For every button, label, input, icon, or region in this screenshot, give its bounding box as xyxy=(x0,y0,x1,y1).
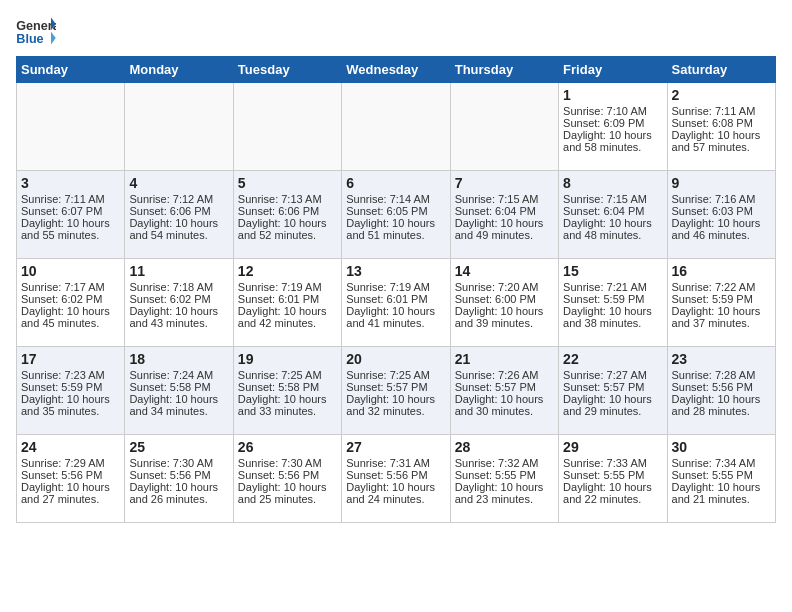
day-info: Sunset: 5:59 PM xyxy=(672,293,771,305)
day-info: Daylight: 10 hours and 28 minutes. xyxy=(672,393,771,417)
day-number: 18 xyxy=(129,351,228,367)
calendar-cell: 13Sunrise: 7:19 AMSunset: 6:01 PMDayligh… xyxy=(342,259,450,347)
day-number: 20 xyxy=(346,351,445,367)
day-info: Sunrise: 7:10 AM xyxy=(563,105,662,117)
day-info: Sunrise: 7:13 AM xyxy=(238,193,337,205)
day-info: Sunrise: 7:18 AM xyxy=(129,281,228,293)
calendar-week-row: 17Sunrise: 7:23 AMSunset: 5:59 PMDayligh… xyxy=(17,347,776,435)
calendar-cell: 12Sunrise: 7:19 AMSunset: 6:01 PMDayligh… xyxy=(233,259,341,347)
day-number: 23 xyxy=(672,351,771,367)
day-info: Daylight: 10 hours and 41 minutes. xyxy=(346,305,445,329)
day-info: Daylight: 10 hours and 54 minutes. xyxy=(129,217,228,241)
day-info: Daylight: 10 hours and 35 minutes. xyxy=(21,393,120,417)
day-info: Sunrise: 7:12 AM xyxy=(129,193,228,205)
calendar-cell: 15Sunrise: 7:21 AMSunset: 5:59 PMDayligh… xyxy=(559,259,667,347)
day-info: Daylight: 10 hours and 48 minutes. xyxy=(563,217,662,241)
day-info: Sunset: 5:58 PM xyxy=(238,381,337,393)
day-info: Sunset: 5:56 PM xyxy=(238,469,337,481)
day-info: Daylight: 10 hours and 58 minutes. xyxy=(563,129,662,153)
day-info: Sunrise: 7:28 AM xyxy=(672,369,771,381)
day-info: Daylight: 10 hours and 26 minutes. xyxy=(129,481,228,505)
weekday-header: Thursday xyxy=(450,57,558,83)
day-info: Sunrise: 7:19 AM xyxy=(346,281,445,293)
day-number: 25 xyxy=(129,439,228,455)
day-number: 27 xyxy=(346,439,445,455)
day-info: Sunrise: 7:14 AM xyxy=(346,193,445,205)
page-header: General Blue xyxy=(16,16,776,46)
day-info: Sunrise: 7:24 AM xyxy=(129,369,228,381)
day-info: Sunset: 6:09 PM xyxy=(563,117,662,129)
calendar-cell: 26Sunrise: 7:30 AMSunset: 5:56 PMDayligh… xyxy=(233,435,341,523)
day-number: 15 xyxy=(563,263,662,279)
calendar-cell: 27Sunrise: 7:31 AMSunset: 5:56 PMDayligh… xyxy=(342,435,450,523)
day-info: Sunrise: 7:11 AM xyxy=(21,193,120,205)
day-info: Sunrise: 7:20 AM xyxy=(455,281,554,293)
weekday-header: Sunday xyxy=(17,57,125,83)
day-number: 4 xyxy=(129,175,228,191)
calendar-cell: 10Sunrise: 7:17 AMSunset: 6:02 PMDayligh… xyxy=(17,259,125,347)
day-number: 24 xyxy=(21,439,120,455)
day-number: 14 xyxy=(455,263,554,279)
weekday-header: Wednesday xyxy=(342,57,450,83)
weekday-header: Friday xyxy=(559,57,667,83)
day-info: Sunset: 5:59 PM xyxy=(21,381,120,393)
calendar-cell: 16Sunrise: 7:22 AMSunset: 5:59 PMDayligh… xyxy=(667,259,775,347)
day-info: Sunset: 6:01 PM xyxy=(346,293,445,305)
calendar-cell: 30Sunrise: 7:34 AMSunset: 5:55 PMDayligh… xyxy=(667,435,775,523)
day-number: 11 xyxy=(129,263,228,279)
day-info: Daylight: 10 hours and 45 minutes. xyxy=(21,305,120,329)
day-info: Daylight: 10 hours and 55 minutes. xyxy=(21,217,120,241)
day-info: Sunrise: 7:29 AM xyxy=(21,457,120,469)
calendar-cell: 2Sunrise: 7:11 AMSunset: 6:08 PMDaylight… xyxy=(667,83,775,171)
calendar-cell xyxy=(342,83,450,171)
day-info: Sunrise: 7:27 AM xyxy=(563,369,662,381)
day-number: 17 xyxy=(21,351,120,367)
day-info: Sunset: 6:08 PM xyxy=(672,117,771,129)
calendar-cell: 25Sunrise: 7:30 AMSunset: 5:56 PMDayligh… xyxy=(125,435,233,523)
day-number: 30 xyxy=(672,439,771,455)
day-info: Daylight: 10 hours and 39 minutes. xyxy=(455,305,554,329)
logo: General Blue xyxy=(16,16,60,46)
calendar-cell: 8Sunrise: 7:15 AMSunset: 6:04 PMDaylight… xyxy=(559,171,667,259)
day-info: Sunrise: 7:15 AM xyxy=(563,193,662,205)
day-info: Sunrise: 7:15 AM xyxy=(455,193,554,205)
day-number: 13 xyxy=(346,263,445,279)
day-info: Sunset: 6:07 PM xyxy=(21,205,120,217)
weekday-header: Saturday xyxy=(667,57,775,83)
calendar-cell: 29Sunrise: 7:33 AMSunset: 5:55 PMDayligh… xyxy=(559,435,667,523)
day-info: Sunset: 5:59 PM xyxy=(563,293,662,305)
day-info: Daylight: 10 hours and 21 minutes. xyxy=(672,481,771,505)
calendar-cell xyxy=(233,83,341,171)
calendar-cell: 22Sunrise: 7:27 AMSunset: 5:57 PMDayligh… xyxy=(559,347,667,435)
calendar-cell xyxy=(17,83,125,171)
day-info: Sunrise: 7:17 AM xyxy=(21,281,120,293)
day-info: Daylight: 10 hours and 38 minutes. xyxy=(563,305,662,329)
day-info: Sunrise: 7:30 AM xyxy=(129,457,228,469)
day-info: Sunrise: 7:16 AM xyxy=(672,193,771,205)
calendar-cell: 21Sunrise: 7:26 AMSunset: 5:57 PMDayligh… xyxy=(450,347,558,435)
day-info: Sunrise: 7:25 AM xyxy=(346,369,445,381)
day-number: 19 xyxy=(238,351,337,367)
day-number: 16 xyxy=(672,263,771,279)
day-number: 2 xyxy=(672,87,771,103)
calendar-cell: 1Sunrise: 7:10 AMSunset: 6:09 PMDaylight… xyxy=(559,83,667,171)
day-info: Sunrise: 7:26 AM xyxy=(455,369,554,381)
day-info: Sunset: 6:04 PM xyxy=(455,205,554,217)
day-info: Sunset: 6:03 PM xyxy=(672,205,771,217)
calendar-table: SundayMondayTuesdayWednesdayThursdayFrid… xyxy=(16,56,776,523)
day-info: Daylight: 10 hours and 34 minutes. xyxy=(129,393,228,417)
day-info: Sunrise: 7:23 AM xyxy=(21,369,120,381)
calendar-cell: 6Sunrise: 7:14 AMSunset: 6:05 PMDaylight… xyxy=(342,171,450,259)
day-number: 7 xyxy=(455,175,554,191)
day-info: Daylight: 10 hours and 33 minutes. xyxy=(238,393,337,417)
svg-marker-3 xyxy=(51,32,56,45)
day-info: Sunrise: 7:33 AM xyxy=(563,457,662,469)
day-info: Sunset: 6:05 PM xyxy=(346,205,445,217)
calendar-cell: 18Sunrise: 7:24 AMSunset: 5:58 PMDayligh… xyxy=(125,347,233,435)
day-number: 3 xyxy=(21,175,120,191)
day-info: Daylight: 10 hours and 24 minutes. xyxy=(346,481,445,505)
day-info: Sunrise: 7:22 AM xyxy=(672,281,771,293)
day-number: 9 xyxy=(672,175,771,191)
day-info: Sunset: 6:06 PM xyxy=(129,205,228,217)
weekday-header: Tuesday xyxy=(233,57,341,83)
